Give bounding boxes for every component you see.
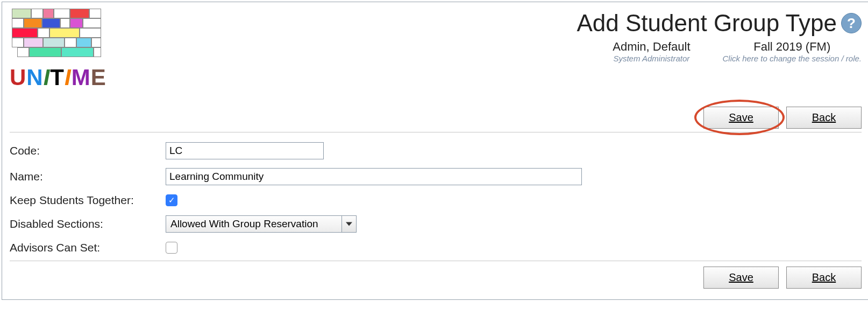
back-label-bottom: Back (812, 271, 836, 283)
save-button[interactable]: Save (703, 107, 779, 129)
chevron-down-icon[interactable] (342, 216, 356, 232)
row-advisors-can-set: Advisors Can Set: (10, 237, 862, 258)
logo: UNITIME (10, 8, 117, 90)
form: Code: Name: Keep Students Together: ✓ Di… (10, 138, 862, 258)
row-name: Name: (10, 164, 862, 190)
top-button-row: Save Back (10, 107, 862, 129)
page-title-text: Add Student Group Type (577, 10, 837, 37)
save-button-bottom[interactable]: Save (703, 267, 779, 289)
header-right: Add Student Group Type ? Admin, Default … (577, 10, 862, 63)
header: UNITIME Add Student Group Type ? Admin, … (10, 8, 862, 90)
page-title: Add Student Group Type ? (577, 10, 862, 37)
logo-graphic (10, 8, 101, 61)
name-input[interactable] (166, 168, 582, 185)
save-label: Save (729, 111, 753, 123)
disabled-sections-select[interactable]: Allowed With Group Reservation (166, 215, 357, 233)
session-hint: Click here to change the session / role. (723, 54, 862, 63)
user-role: System Administrator (613, 54, 690, 63)
back-button[interactable]: Back (786, 107, 862, 129)
session-block[interactable]: Fall 2019 (FM) Click here to change the … (723, 40, 862, 63)
session-name: Fall 2019 (FM) (723, 40, 862, 54)
logo-wordmark: UNITIME (10, 65, 117, 90)
label-advisors-can-set: Advisors Can Set: (10, 241, 166, 254)
header-meta: Admin, Default System Administrator Fall… (613, 40, 862, 63)
divider-bottom (10, 261, 862, 261)
user-name: Admin, Default (613, 40, 690, 54)
label-code: Code: (10, 144, 166, 157)
back-label: Back (812, 111, 836, 123)
advisors-can-set-checkbox[interactable] (166, 242, 177, 254)
divider-top (10, 132, 862, 132)
back-button-bottom[interactable]: Back (786, 267, 862, 289)
label-name: Name: (10, 170, 166, 183)
app-window: UNITIME Add Student Group Type ? Admin, … (2, 2, 868, 300)
help-icon[interactable]: ? (841, 13, 862, 33)
code-input[interactable] (166, 142, 324, 159)
label-keep-together: Keep Students Together: (10, 194, 166, 207)
label-disabled-sections: Disabled Sections: (10, 218, 166, 230)
save-label-bottom: Save (729, 271, 753, 283)
row-code: Code: (10, 138, 862, 164)
row-keep-together: Keep Students Together: ✓ (10, 190, 862, 211)
bottom-button-row: Save Back (10, 267, 862, 289)
row-disabled-sections: Disabled Sections: Allowed With Group Re… (10, 211, 862, 237)
svg-marker-0 (346, 222, 352, 226)
keep-together-checkbox[interactable]: ✓ (166, 194, 177, 206)
user-block[interactable]: Admin, Default System Administrator (613, 40, 690, 63)
disabled-sections-value: Allowed With Group Reservation (166, 216, 342, 232)
